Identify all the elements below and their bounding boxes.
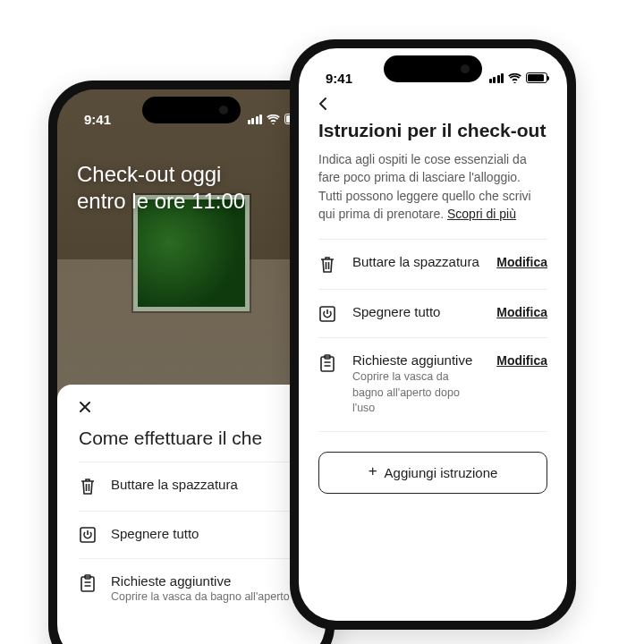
instruction-list: Buttare la spazzatura Modifica Spegnere … xyxy=(318,239,547,432)
guest-row-trash: Buttare la spazzatura xyxy=(79,462,304,511)
add-instruction-button[interactable]: + Aggiungi istruzione xyxy=(318,452,547,494)
dynamic-island xyxy=(384,55,482,82)
learn-more-link[interactable]: Scopri di più xyxy=(447,207,516,221)
guest-row-sub: Coprire la vasca da bagno all'aperto xyxy=(111,590,290,603)
cellular-icon xyxy=(248,114,263,124)
guest-row-label: Spegnere tutto xyxy=(111,526,199,541)
guest-row-label: Buttare la spazzatura xyxy=(111,477,238,492)
page-title: Istruzioni per il check-out xyxy=(318,120,547,141)
wifi-icon xyxy=(267,114,280,124)
trash-icon xyxy=(79,477,98,496)
instruction-label: Richieste aggiuntive xyxy=(352,352,482,368)
checkout-hero-text: Check-out oggi entro le ore 11:00 xyxy=(77,161,306,215)
instruction-label: Buttare la spazzatura xyxy=(352,254,482,269)
clipboard-icon xyxy=(318,352,338,373)
power-icon xyxy=(79,526,98,544)
instruction-label: Spegnere tutto xyxy=(352,304,482,319)
dynamic-island xyxy=(142,97,241,123)
instruction-row-trash: Buttare la spazzatura Modifica xyxy=(318,239,547,290)
edit-link[interactable]: Modifica xyxy=(496,352,547,368)
status-time: 9:41 xyxy=(84,112,111,127)
power-icon xyxy=(318,304,338,323)
host-screen: 9:41 Istruzioni per il check-out Indica … xyxy=(299,48,567,621)
trash-icon xyxy=(318,254,338,275)
clipboard-icon xyxy=(79,573,98,593)
instruction-sub: Coprire la vasca da bagno all'aperto dop… xyxy=(352,369,482,417)
host-phone: 9:41 Istruzioni per il check-out Indica … xyxy=(290,39,576,630)
edit-link[interactable]: Modifica xyxy=(496,254,547,269)
guest-screen: 9:41 Check-out oggi entro le ore 11:00 C… xyxy=(57,89,326,644)
close-icon[interactable] xyxy=(79,401,304,413)
cellular-icon xyxy=(489,73,504,83)
guest-sheet: Come effettuare il che Buttare la spazza… xyxy=(57,385,326,644)
guest-sheet-title: Come effettuare il che xyxy=(79,428,304,449)
add-instruction-label: Aggiungi istruzione xyxy=(385,465,498,480)
edit-link[interactable]: Modifica xyxy=(496,304,547,319)
battery-icon xyxy=(526,72,547,83)
page-lead: Indica agli ospiti le cose essenziali da… xyxy=(318,150,547,223)
status-time: 9:41 xyxy=(326,71,352,86)
guest-row-power: Spegnere tutto xyxy=(79,511,304,558)
instruction-row-power: Spegnere tutto Modifica xyxy=(318,290,547,338)
instruction-row-requests: Richieste aggiuntive Coprire la vasca da… xyxy=(318,338,547,432)
back-button[interactable] xyxy=(299,95,567,116)
guest-row-requests: Richieste aggiuntive Coprire la vasca da… xyxy=(79,558,304,617)
wifi-icon xyxy=(508,73,521,83)
guest-row-label: Richieste aggiuntive xyxy=(111,573,290,589)
